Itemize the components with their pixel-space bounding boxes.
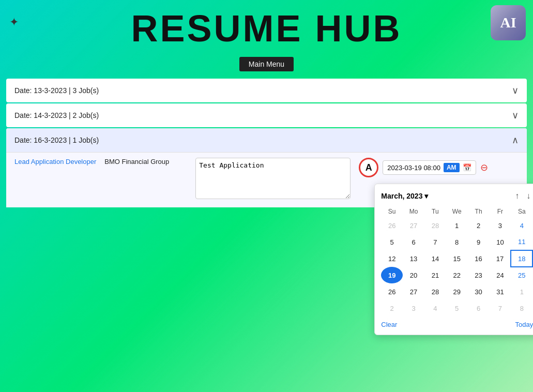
calendar-footer: Clear Today: [381, 321, 533, 328]
accordion-item-3: Date: 16-3-2023 | 1 Job(s) ∧ Lead Applic…: [6, 128, 527, 207]
weekday-sa: Sa: [511, 206, 532, 217]
calendar-month-title[interactable]: March, 2023 ▾: [381, 192, 428, 200]
calendar-day[interactable]: 28: [424, 283, 446, 300]
calendar-icon: 📅: [463, 163, 471, 172]
calendar-day[interactable]: 8: [446, 234, 468, 250]
calendar-day[interactable]: 17: [490, 250, 511, 267]
weekday-su: Su: [381, 206, 403, 217]
alarm-icon[interactable]: A: [359, 158, 378, 177]
accordion-header-2[interactable]: Date: 14-3-2023 | 2 Job(s) ∨: [6, 103, 527, 127]
main-menu-button[interactable]: Main Menu: [239, 57, 294, 71]
calendar-day[interactable]: 5: [446, 300, 468, 316]
job-row: Lead Application Developer BMO Financial…: [14, 158, 519, 199]
calendar-day[interactable]: 15: [446, 250, 468, 267]
calendar-day[interactable]: 9: [468, 234, 490, 250]
weekday-tu: Tu: [424, 206, 446, 217]
calendar-day[interactable]: 20: [403, 267, 424, 283]
calendar-clear-button[interactable]: Clear: [381, 321, 397, 328]
calendar-day[interactable]: 28: [424, 217, 446, 234]
job-link-text: Lead Application Developer: [14, 158, 96, 165]
calendar-day[interactable]: 26: [381, 283, 403, 300]
accordion-header-1[interactable]: Date: 13-3-2023 | 3 Job(s) ∨: [6, 79, 527, 102]
calendar-day[interactable]: 1: [446, 217, 468, 234]
calendar-next-button[interactable]: ↓: [524, 190, 533, 202]
calendar-body: 2627281234567891011121314151617181920212…: [381, 217, 532, 316]
job-company: BMO Financial Group: [104, 158, 187, 165]
calendar-day[interactable]: 7: [424, 234, 446, 250]
datetime-container: A 2023-03-19 08:00 AM 📅 ⊖ March, 2023: [359, 158, 488, 177]
accordion-content-3: Lead Application Developer BMO Financial…: [6, 152, 527, 207]
calendar-weekday-row: Su Mo Tu We Th Fr Sa: [381, 206, 532, 217]
calendar-day[interactable]: 6: [468, 300, 490, 316]
calendar-day[interactable]: 26: [381, 217, 403, 234]
calendar-day[interactable]: 2: [381, 300, 403, 316]
calendar-day[interactable]: 10: [490, 234, 511, 250]
ai-logo: AI: [491, 5, 526, 40]
gear-icon: ✦: [9, 16, 19, 29]
ai-label: AI: [500, 14, 516, 31]
calendar-day[interactable]: 31: [490, 283, 511, 300]
accordion-item-2: Date: 14-3-2023 | 2 Job(s) ∨: [6, 103, 527, 127]
accordion-label-2: Date: 14-3-2023 | 2 Job(s): [14, 111, 99, 119]
calendar-day[interactable]: 24: [490, 267, 511, 283]
weekday-fr: Fr: [490, 206, 511, 217]
am-badge: AM: [444, 163, 460, 172]
chevron-down-icon-1: ∨: [512, 85, 519, 96]
calendar-day[interactable]: 4: [424, 300, 446, 316]
calendar-day[interactable]: 6: [403, 234, 424, 250]
job-link[interactable]: Lead Application Developer: [14, 158, 96, 165]
accordion-container: Date: 13-3-2023 | 3 Job(s) ∨ Date: 14-3-…: [0, 79, 533, 207]
month-label: March, 2023: [381, 192, 422, 200]
datetime-area: A 2023-03-19 08:00 AM 📅 ⊖: [359, 158, 488, 177]
calendar-day[interactable]: 13: [403, 250, 424, 267]
accordion-label-3: Date: 16-3-2023 | 1 Job(s): [14, 136, 99, 144]
main-menu-wrapper: Main Menu: [0, 57, 533, 71]
calendar-day[interactable]: 3: [490, 217, 511, 234]
calendar-grid: Su Mo Tu We Th Fr Sa 2627281234: [381, 206, 533, 316]
weekday-we: We: [446, 206, 468, 217]
calendar-week-row: 2627281234: [381, 217, 532, 234]
calendar-day[interactable]: 12: [381, 250, 403, 267]
calendar-day[interactable]: 27: [403, 283, 424, 300]
calendar-day[interactable]: 18: [511, 250, 532, 267]
calendar-day[interactable]: 8: [511, 300, 532, 316]
calendar-week-row: 567891011: [381, 234, 532, 250]
calendar-day[interactable]: 3: [403, 300, 424, 316]
calendar-day[interactable]: 29: [446, 283, 468, 300]
calendar-day[interactable]: 23: [468, 267, 490, 283]
calendar-today-button[interactable]: Today: [515, 321, 533, 328]
calendar-navigation: ↑ ↓: [512, 190, 533, 202]
weekday-mo: Mo: [403, 206, 424, 217]
calendar-day[interactable]: 25: [511, 267, 532, 283]
calendar-popup: March, 2023 ▾ ↑ ↓ Su: [374, 184, 533, 335]
calendar-prev-button[interactable]: ↑: [512, 190, 522, 202]
calendar-day[interactable]: 11: [511, 234, 532, 250]
calendar-header: March, 2023 ▾ ↑ ↓: [381, 190, 533, 202]
calendar-day[interactable]: 14: [424, 250, 446, 267]
calendar-day[interactable]: 7: [490, 300, 511, 316]
logo-text: RESUME HUB: [131, 10, 402, 47]
calendar-day[interactable]: 21: [424, 267, 446, 283]
delete-button[interactable]: ⊖: [480, 162, 488, 173]
calendar-day[interactable]: 4: [511, 217, 532, 234]
accordion-item-1: Date: 13-3-2023 | 3 Job(s) ∨: [6, 79, 527, 102]
job-notes-input[interactable]: Test Application: [195, 158, 351, 199]
header: ✦ RESUME HUB AI: [0, 0, 533, 57]
calendar-day[interactable]: 2: [468, 217, 490, 234]
calendar-day[interactable]: 30: [468, 283, 490, 300]
datetime-value: 2023-03-19 08:00: [387, 164, 440, 172]
calendar-day[interactable]: 19: [381, 267, 403, 283]
calendar-week-row: 2345678: [381, 300, 532, 316]
calendar-week-row: 12131415161718: [381, 250, 532, 267]
calendar-week-row: 19202122232425: [381, 267, 532, 283]
chevron-down-icon-2: ∨: [512, 110, 519, 121]
calendar-day[interactable]: 22: [446, 267, 468, 283]
calendar-day[interactable]: 27: [403, 217, 424, 234]
datetime-input[interactable]: 2023-03-19 08:00 AM 📅: [383, 160, 476, 175]
calendar-day[interactable]: 5: [381, 234, 403, 250]
calendar-day[interactable]: 1: [511, 283, 532, 300]
chevron-up-icon-3: ∧: [512, 134, 519, 146]
accordion-header-3[interactable]: Date: 16-3-2023 | 1 Job(s) ∧: [6, 128, 527, 152]
calendar-day[interactable]: 16: [468, 250, 490, 267]
calendar-week-row: 2627282930311: [381, 283, 532, 300]
